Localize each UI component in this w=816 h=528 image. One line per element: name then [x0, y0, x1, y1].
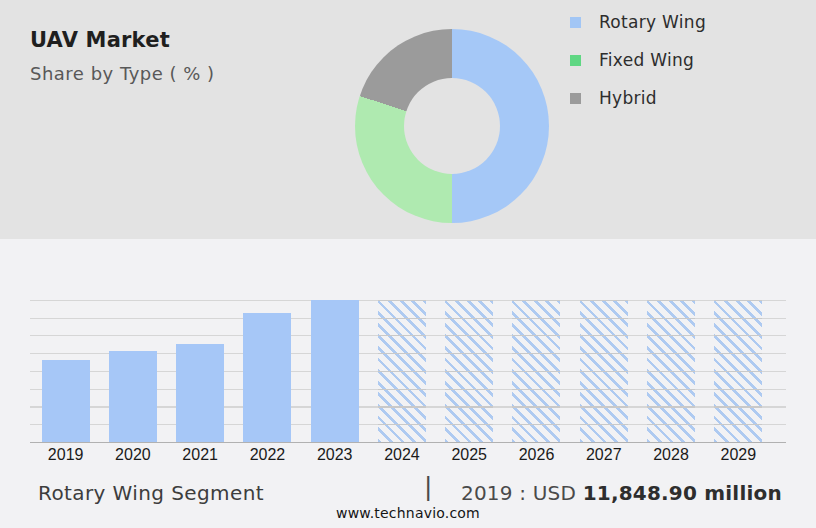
bar-slot-2029	[705, 300, 772, 442]
value-caption: 2019 : USD 11,848.90 million	[461, 481, 782, 505]
bar-2029	[714, 300, 762, 442]
legend-label: Hybrid	[599, 88, 657, 108]
bar-2021	[176, 344, 224, 442]
bar-2019	[42, 360, 90, 442]
x-label-2027: 2027	[570, 446, 637, 464]
legend-swatch	[570, 93, 581, 104]
donut-hole	[404, 78, 500, 174]
bar-2024	[378, 300, 426, 442]
x-label-2020: 2020	[99, 446, 166, 464]
value-amount: 11,848.90 million	[583, 481, 782, 505]
value-prefix: 2019 : USD	[461, 481, 583, 505]
x-label-2021: 2021	[167, 446, 234, 464]
x-label-2025: 2025	[436, 446, 503, 464]
bar-2028	[647, 300, 695, 442]
legend: Rotary WingFixed WingHybrid	[570, 13, 706, 127]
bar-slot-2027	[570, 300, 637, 442]
title-block: UAV Market Share by Type ( % )	[30, 28, 215, 84]
bar-slot-2022	[234, 300, 301, 442]
bar-2020	[109, 351, 157, 442]
bar-2027	[580, 300, 628, 442]
bar-chart	[30, 300, 786, 443]
page-title: UAV Market	[30, 28, 215, 52]
caption-separator: |	[424, 472, 432, 501]
x-axis-labels: 2019202020212022202320242025202620272028…	[32, 446, 772, 464]
legend-item-rotary-wing: Rotary Wing	[570, 13, 706, 31]
legend-item-fixed-wing: Fixed Wing	[570, 51, 706, 69]
x-label-2026: 2026	[503, 446, 570, 464]
x-label-2028: 2028	[637, 446, 704, 464]
bar-2022	[243, 313, 291, 442]
x-label-2019: 2019	[32, 446, 99, 464]
bar-slot-2023	[301, 300, 368, 442]
x-label-2023: 2023	[301, 446, 368, 464]
donut-chart	[355, 29, 549, 223]
legend-label: Rotary Wing	[599, 12, 706, 32]
legend-swatch	[570, 17, 581, 28]
infographic-page: UAV Market Share by Type ( % ) Rotary Wi…	[0, 0, 816, 528]
bar-series	[32, 300, 772, 442]
x-label-2029: 2029	[705, 446, 772, 464]
legend-label: Fixed Wing	[599, 50, 694, 70]
x-label-2022: 2022	[234, 446, 301, 464]
header-section: UAV Market Share by Type ( % ) Rotary Wi…	[0, 0, 816, 239]
bar-slot-2021	[167, 300, 234, 442]
bar-slot-2020	[99, 300, 166, 442]
page-subtitle: Share by Type ( % )	[30, 63, 215, 84]
bar-slot-2025	[436, 300, 503, 442]
segment-caption: Rotary Wing Segment	[38, 481, 264, 505]
bar-slot-2028	[637, 300, 704, 442]
legend-swatch	[570, 55, 581, 66]
bar-2025	[445, 300, 493, 442]
bar-slot-2019	[32, 300, 99, 442]
bar-2023	[311, 300, 359, 442]
x-label-2024: 2024	[368, 446, 435, 464]
legend-item-hybrid: Hybrid	[570, 89, 706, 107]
bar-2026	[512, 300, 560, 442]
bar-slot-2026	[503, 300, 570, 442]
bar-slot-2024	[368, 300, 435, 442]
footer-url: www.technavio.com	[0, 505, 816, 521]
